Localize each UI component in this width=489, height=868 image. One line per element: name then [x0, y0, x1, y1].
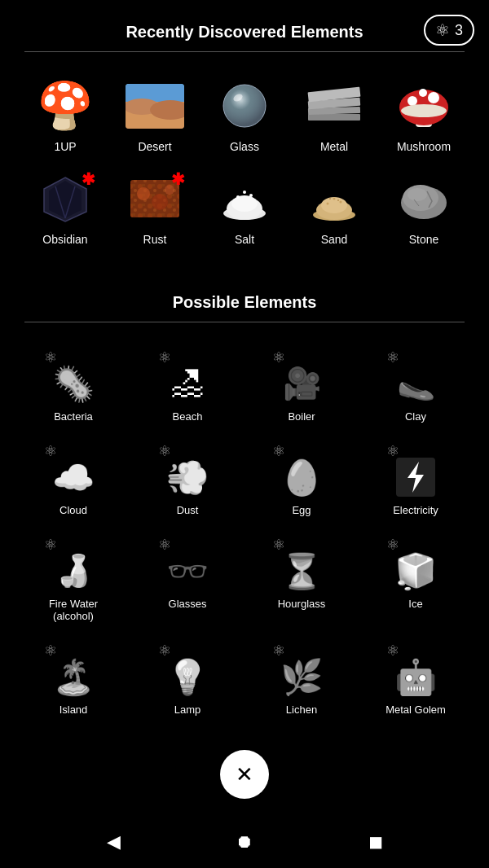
element-mushroom-label: Mushroom: [397, 140, 451, 153]
svg-point-30: [231, 195, 258, 212]
ice-emoji: 🧊: [394, 551, 437, 591]
egg-label: Egg: [292, 504, 311, 516]
svg-point-12: [408, 96, 417, 106]
element-mushroom-image: [394, 77, 453, 135]
lamp-label: Lamp: [174, 704, 201, 716]
ice-label: Ice: [408, 598, 422, 610]
beach-label: Beach: [173, 410, 203, 423]
atom-icon-clay: ⚛: [386, 349, 399, 366]
electricity-lightning: [394, 456, 437, 498]
atom-icon-beach: ⚛: [158, 349, 171, 366]
element-sand-image: [305, 169, 363, 228]
element-salt-image: [215, 169, 274, 228]
element-metal-golem[interactable]: ⚛ 🤖 Metal Golem: [359, 632, 473, 726]
fire-water-emoji: 🍶: [55, 553, 93, 589]
dust-emoji: 💨: [166, 458, 209, 498]
svg-point-40: [329, 198, 331, 199]
boiler-emoji: 🎥: [283, 366, 321, 401]
badge-count: 3: [455, 22, 463, 39]
nav-bar: ◀ ⏺ ◼: [0, 815, 489, 868]
element-metal[interactable]: Metal: [289, 68, 379, 161]
beach-emoji: 🏖: [170, 364, 205, 403]
element-desert-image: [126, 77, 184, 135]
element-stone-image: [394, 169, 453, 228]
element-sand[interactable]: Sand: [289, 161, 379, 254]
element-glasses[interactable]: ⚛ 🕶️ Glasses: [130, 526, 244, 632]
element-beach[interactable]: ⚛ 🏖 Beach: [130, 339, 244, 432]
divider-recent: [24, 51, 465, 52]
svg-rect-6: [308, 114, 360, 121]
element-fire-water[interactable]: ⚛ 🍶 Fire Water (alcohol): [16, 526, 130, 632]
element-hourglass[interactable]: ⚛ ⏳ Hourglass: [244, 526, 359, 632]
svg-marker-45: [408, 462, 424, 493]
element-cloud[interactable]: ⚛ ☁️ Cloud: [16, 432, 130, 526]
electricity-icon-stack: ⚛: [383, 442, 448, 499]
element-boiler[interactable]: ⚛ 🎥 Boiler: [244, 339, 359, 432]
element-obsidian[interactable]: ✱ Obsidian: [20, 161, 110, 254]
hourglass-emoji: ⏳: [280, 551, 323, 591]
glasses-icon-stack: ⚛ 🕶️: [155, 536, 220, 593]
element-salt-label: Salt: [235, 233, 254, 246]
clay-label: Clay: [405, 410, 426, 423]
possible-elements-grid: ⚛ 🦠 Bacteria ⚛ 🏖 Beach ⚛ 🎥 Boiler ⚛: [0, 339, 489, 726]
svg-point-4: [223, 85, 266, 127]
close-button[interactable]: ✕: [220, 750, 269, 799]
element-ice[interactable]: ⚛ 🧊 Ice: [359, 526, 473, 632]
metal-golem-label: Metal Golem: [385, 704, 446, 716]
electricity-label: Electricity: [393, 504, 438, 516]
element-1up-image: 🍄: [36, 77, 95, 135]
dust-label: Dust: [177, 504, 199, 516]
element-rust[interactable]: ✱ R: [110, 161, 200, 254]
clay-emoji: 🥿: [397, 366, 435, 401]
element-glass-label: Glass: [230, 140, 259, 153]
nav-back-button[interactable]: ◀: [107, 831, 121, 853]
element-lamp[interactable]: ⚛ 💡 Lamp: [130, 632, 244, 726]
hint-badge[interactable]: ⚛ 3: [424, 15, 474, 46]
element-glass-image: [215, 77, 274, 135]
atom-icon-boiler: ⚛: [272, 349, 285, 366]
element-dust[interactable]: ⚛ 💨 Dust: [130, 432, 244, 526]
hourglass-icon-stack: ⚛ ⏳: [269, 536, 334, 593]
lamp-emoji: 💡: [166, 657, 209, 697]
possible-elements-section: Possible Elements ⚛ 🦠 Bacteria ⚛ 🏖 Beach…: [0, 270, 489, 726]
element-mushroom[interactable]: Mushroom: [379, 68, 469, 161]
atom-icon: ⚛: [435, 20, 450, 40]
element-electricity[interactable]: ⚛ Electricity: [359, 432, 473, 526]
element-bacteria[interactable]: ⚛ 🦠 Bacteria: [16, 339, 130, 432]
svg-point-31: [236, 195, 240, 199]
fire-water-label: Fire Water (alcohol): [49, 598, 98, 622]
svg-point-44: [408, 188, 427, 201]
possible-elements-title: Possible Elements: [0, 270, 489, 322]
element-egg[interactable]: ⚛ 🥚 Egg: [244, 432, 359, 526]
cloud-label: Cloud: [59, 504, 87, 516]
egg-icon-stack: ⚛ 🥚: [269, 442, 334, 499]
cloud-icon-stack: ⚛ ☁️: [41, 442, 106, 499]
svg-point-13: [428, 92, 439, 103]
element-glass[interactable]: Glass: [200, 68, 289, 161]
svg-point-14: [419, 89, 427, 97]
element-island[interactable]: ⚛ 🏝️ Island: [16, 632, 130, 726]
cloud-emoji: ☁️: [52, 458, 95, 498]
nav-recent-button[interactable]: ◼: [368, 831, 383, 853]
island-label: Island: [59, 704, 88, 716]
element-lichen[interactable]: ⚛ 🌿 Lichen: [244, 632, 359, 726]
element-1up[interactable]: 🍄 1UP: [20, 68, 110, 161]
svg-point-37: [327, 203, 329, 205]
element-clay[interactable]: ⚛ 🥿 Clay: [359, 339, 473, 432]
element-stone[interactable]: Stone: [379, 161, 469, 254]
svg-point-39: [333, 198, 336, 200]
element-salt[interactable]: Salt: [200, 161, 289, 254]
bacteria-label: Bacteria: [54, 410, 93, 423]
svg-point-32: [249, 194, 253, 197]
lichen-label: Lichen: [286, 704, 317, 716]
nav-home-button[interactable]: ⏺: [236, 831, 253, 853]
clay-icon-stack: ⚛ 🥿: [383, 349, 448, 406]
boiler-icon-stack: ⚛ 🎥: [269, 349, 334, 406]
metal-golem-icon-stack: ⚛ 🤖: [383, 642, 448, 699]
egg-emoji: 🥚: [280, 458, 323, 498]
ice-icon-stack: ⚛ 🧊: [383, 536, 448, 593]
bacteria-icon-stack: ⚛ 🦠: [41, 349, 106, 406]
boiler-label: Boiler: [288, 410, 315, 423]
obsidian-new-badge: ✱: [82, 169, 95, 189]
element-desert[interactable]: Desert: [110, 68, 200, 161]
